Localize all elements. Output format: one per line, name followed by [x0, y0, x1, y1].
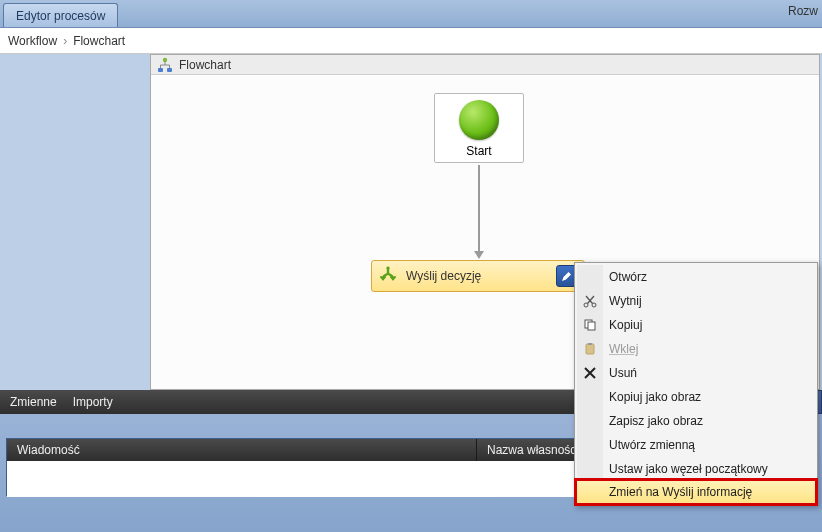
svg-point-3	[386, 266, 389, 269]
blank-icon	[577, 480, 603, 504]
blank-icon	[577, 385, 603, 409]
breadcrumb-child[interactable]: Flowchart	[73, 34, 125, 48]
tab-imports[interactable]: Importy	[73, 395, 113, 409]
activity-label: Wyślij decyzję	[406, 269, 548, 283]
menu-paste: Wklej	[577, 337, 815, 361]
svg-rect-9	[588, 322, 595, 330]
tab-process-editor[interactable]: Edytor procesów	[3, 3, 118, 27]
start-node[interactable]: Start	[434, 93, 524, 163]
svg-rect-11	[588, 343, 592, 345]
breadcrumb-separator: ›	[63, 34, 67, 48]
svg-rect-1	[158, 68, 163, 72]
start-circle-icon	[459, 100, 499, 140]
menu-delete[interactable]: Usuń	[577, 361, 815, 385]
menu-save-as-image[interactable]: Zapisz jako obraz	[577, 409, 815, 433]
menu-create-variable[interactable]: Utwórz zmienną	[577, 433, 815, 457]
blank-icon	[577, 433, 603, 457]
menu-copy[interactable]: Kopiuj	[577, 313, 815, 337]
breadcrumb: Workflow › Flowchart	[8, 34, 125, 48]
menu-copy-as-image[interactable]: Kopiuj jako obraz	[577, 385, 815, 409]
breadcrumb-root[interactable]: Workflow	[8, 34, 57, 48]
svg-rect-2	[167, 68, 172, 72]
menu-set-start-node[interactable]: Ustaw jako węzeł początkowy	[577, 457, 815, 481]
tab-variables[interactable]: Zmienne	[10, 395, 57, 409]
copy-icon	[577, 313, 603, 337]
tab-label: Edytor procesów	[16, 9, 105, 23]
start-label: Start	[435, 144, 523, 158]
paste-icon	[577, 337, 603, 361]
svg-rect-10	[586, 344, 594, 354]
svg-point-6	[584, 303, 588, 307]
svg-point-7	[592, 303, 596, 307]
activity-node-send-decision[interactable]: Wyślij decyzję	[371, 260, 585, 292]
flowchart-header: Flowchart	[151, 55, 819, 75]
scissors-icon	[577, 289, 603, 313]
context-menu: Otwórz Wytnij Kopiuj Wklej Usuń Kopiuj j…	[574, 262, 818, 506]
pencil-icon	[561, 270, 573, 282]
menu-cut[interactable]: Wytnij	[577, 289, 815, 313]
flowchart-icon	[157, 57, 173, 73]
blank-icon	[577, 457, 603, 481]
flowchart-title: Flowchart	[179, 58, 231, 72]
tab-strip: Edytor procesów	[0, 0, 822, 28]
svg-marker-5	[391, 278, 395, 281]
breadcrumb-bar: Workflow › Flowchart Rozw	[0, 28, 822, 54]
breadcrumb-right[interactable]: Rozw	[788, 4, 818, 18]
connector-arrow[interactable]	[478, 165, 480, 251]
col-message[interactable]: Wiadomość	[7, 439, 477, 461]
fork-icon	[378, 266, 398, 286]
blank-icon	[577, 409, 603, 433]
menu-change-to-send-info[interactable]: Zmień na Wyślij informację	[576, 480, 816, 504]
delete-x-icon	[577, 361, 603, 385]
svg-point-0	[163, 57, 167, 61]
blank-icon	[577, 265, 603, 289]
svg-marker-4	[381, 278, 385, 281]
menu-open[interactable]: Otwórz	[577, 265, 815, 289]
